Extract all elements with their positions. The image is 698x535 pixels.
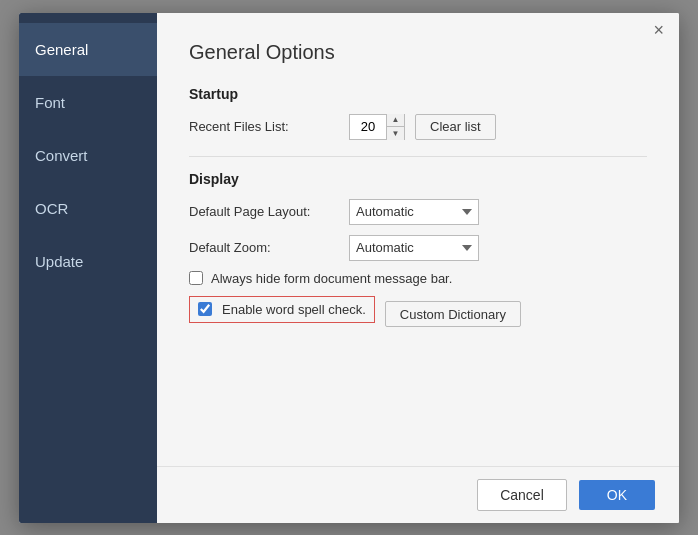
footer: Cancel OK xyxy=(157,466,679,523)
main-content: × General Options Startup Recent Files L… xyxy=(157,13,679,523)
spell-check-label: Enable word spell check. xyxy=(222,302,366,317)
sidebar-item-font[interactable]: Font xyxy=(19,76,157,129)
recent-files-spinner: ▲ ▼ xyxy=(349,114,405,140)
close-button[interactable]: × xyxy=(648,19,669,41)
spinner-down-button[interactable]: ▼ xyxy=(386,127,404,140)
display-title: Display xyxy=(189,171,647,187)
recent-files-input[interactable] xyxy=(350,115,386,139)
sidebar-label-general: General xyxy=(35,41,88,58)
hide-form-checkbox[interactable] xyxy=(189,271,203,285)
dialog-title: General Options xyxy=(189,41,647,64)
spell-check-wrapper: Enable word spell check. Custom Dictiona… xyxy=(189,296,647,333)
default-zoom-row: Default Zoom: Automatic Fit Page Fit Wid… xyxy=(189,235,647,261)
sidebar-label-ocr: OCR xyxy=(35,200,68,217)
spinner-up-button[interactable]: ▲ xyxy=(386,114,404,128)
display-section: Display Default Page Layout: Automatic S… xyxy=(189,171,647,333)
dialog: General Font Convert OCR Update × Genera… xyxy=(19,13,679,523)
startup-title: Startup xyxy=(189,86,647,102)
hide-form-label: Always hide form document message bar. xyxy=(211,271,452,286)
sidebar-label-font: Font xyxy=(35,94,65,111)
default-zoom-label: Default Zoom: xyxy=(189,240,339,255)
page-layout-row: Default Page Layout: Automatic Single Pa… xyxy=(189,199,647,225)
sidebar-item-ocr[interactable]: OCR xyxy=(19,182,157,235)
page-layout-label: Default Page Layout: xyxy=(189,204,339,219)
spinner-arrows: ▲ ▼ xyxy=(386,114,404,140)
sidebar-item-convert[interactable]: Convert xyxy=(19,129,157,182)
spell-check-row: Enable word spell check. xyxy=(189,296,375,323)
default-zoom-select[interactable]: Automatic Fit Page Fit Width 100% xyxy=(349,235,479,261)
spell-check-checkbox[interactable] xyxy=(198,302,212,316)
content-area: General Options Startup Recent Files Lis… xyxy=(157,13,679,466)
sidebar-item-update[interactable]: Update xyxy=(19,235,157,288)
sidebar-label-convert: Convert xyxy=(35,147,88,164)
custom-dictionary-button[interactable]: Custom Dictionary xyxy=(385,301,521,327)
ok-button[interactable]: OK xyxy=(579,480,655,510)
sidebar-label-update: Update xyxy=(35,253,83,270)
clear-list-button[interactable]: Clear list xyxy=(415,114,496,140)
startup-section: Startup Recent Files List: ▲ ▼ Clear lis… xyxy=(189,86,647,140)
hide-form-row: Always hide form document message bar. xyxy=(189,271,647,286)
page-layout-select[interactable]: Automatic Single Page Two Pages xyxy=(349,199,479,225)
divider-1 xyxy=(189,156,647,157)
recent-files-label: Recent Files List: xyxy=(189,119,339,134)
sidebar-item-general[interactable]: General xyxy=(19,23,157,76)
sidebar: General Font Convert OCR Update xyxy=(19,13,157,523)
recent-files-row: Recent Files List: ▲ ▼ Clear list xyxy=(189,114,647,140)
cancel-button[interactable]: Cancel xyxy=(477,479,567,511)
